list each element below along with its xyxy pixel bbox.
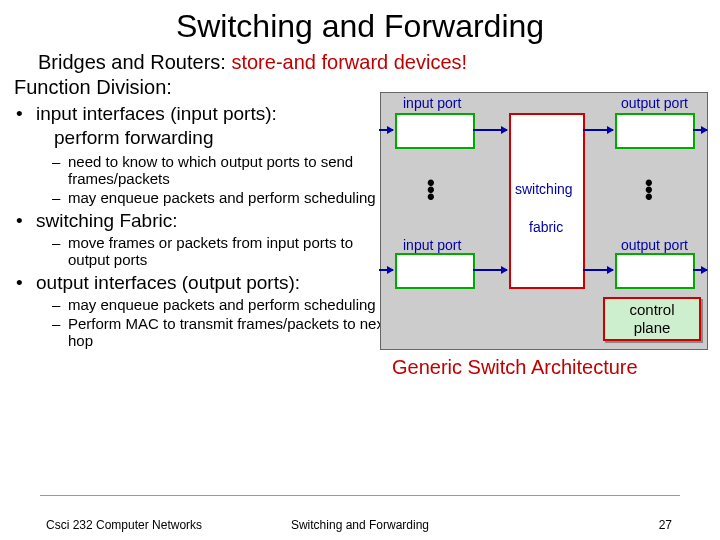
page-number: 27 (659, 518, 672, 532)
control-plane-box: control plane (603, 297, 701, 341)
bullet-switching-fabric: switching Fabric: (14, 210, 394, 232)
label-input-port-top: input port (403, 95, 461, 111)
sub-move-frames: move frames or packets from input ports … (14, 234, 394, 268)
subtitle-highlight: store-and forward devices! (231, 51, 467, 73)
arrow-out-bot-ext (693, 269, 707, 271)
bullet-output-interfaces: output interfaces (output ports): (14, 272, 394, 294)
arrow-in-top (473, 129, 507, 131)
arrow-out-top-ext (693, 129, 707, 131)
arrow-in-bot (473, 269, 507, 271)
bullet-input-interfaces-cont: perform forwarding (14, 127, 394, 149)
label-switching: switching (515, 181, 573, 197)
sub-may-enqueue-out: may enqueue packets and perform scheduli… (14, 296, 394, 313)
sub-need-to-know: need to know to which output ports to se… (14, 153, 394, 187)
footer-rule (40, 495, 680, 496)
label-output-port-bot: output port (621, 237, 688, 253)
input-port-box-top (395, 113, 475, 149)
dots-right: ••• (645, 179, 653, 200)
switching-fabric-box: switching fabric (509, 113, 585, 289)
label-plane: plane (634, 319, 671, 336)
sub-may-enqueue-in: may enqueue packets and perform scheduli… (14, 189, 394, 206)
bullet-input-interfaces: input interfaces (input ports): (14, 103, 394, 125)
input-port-box-bot (395, 253, 475, 289)
arrow-out-bot (583, 269, 613, 271)
output-port-box-top (615, 113, 695, 149)
footer-center: Switching and Forwarding (0, 518, 720, 532)
arrow-out-top (583, 129, 613, 131)
arrow-in-bot-ext (379, 269, 393, 271)
label-input-port-bot: input port (403, 237, 461, 253)
label-control: control (629, 301, 674, 318)
dots-left: ••• (427, 179, 435, 200)
subtitle: Bridges and Routers: store-and forward d… (38, 51, 720, 74)
bullet-list: input interfaces (input ports): perform … (14, 103, 394, 349)
sub-perform-mac: Perform MAC to transmit frames/packets t… (14, 315, 394, 349)
diagram-caption: Generic Switch Architecture (392, 356, 638, 379)
label-output-port-top: output port (621, 95, 688, 111)
arrow-in-top-ext (379, 129, 393, 131)
switch-diagram: input port output port input port output… (380, 92, 708, 350)
label-fabric: fabric (529, 219, 563, 235)
output-port-box-bot (615, 253, 695, 289)
subtitle-pre: Bridges and Routers: (38, 51, 231, 73)
slide-title: Switching and Forwarding (0, 8, 720, 45)
